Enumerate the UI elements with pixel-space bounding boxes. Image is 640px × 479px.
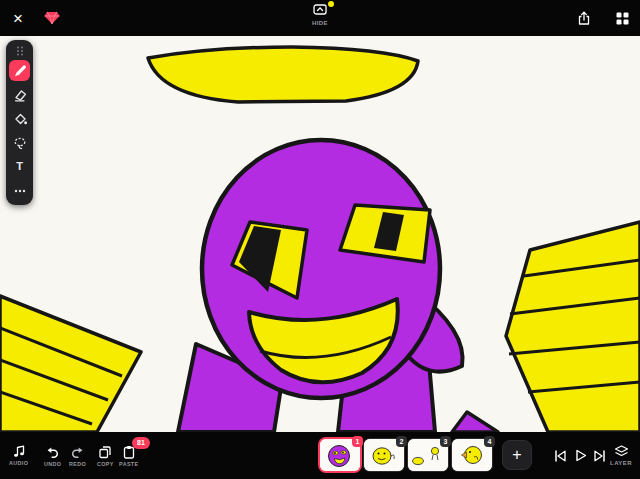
plus-icon: +	[512, 447, 521, 463]
frame-4-badge: 4	[484, 436, 495, 447]
play-icon	[574, 449, 587, 462]
paste-label: PASTE	[119, 461, 138, 466]
undo-button[interactable]: UNDO	[42, 445, 64, 467]
drawing-canvas[interactable]	[0, 36, 640, 432]
fill-tool-button[interactable]	[9, 108, 30, 129]
eraser-tool-button[interactable]	[9, 84, 30, 105]
play-button[interactable]	[572, 446, 588, 466]
frame-thumbnail-3[interactable]: 3	[408, 439, 448, 471]
frame-strip: 1 2 3	[320, 439, 532, 471]
artwork	[0, 36, 640, 432]
layer-label: LAYER	[610, 460, 632, 466]
text-tool-button[interactable]: T	[9, 156, 30, 177]
close-button[interactable]: ×	[6, 6, 30, 30]
add-frame-button[interactable]: +	[502, 440, 532, 470]
frame-thumbnail-1[interactable]: 1	[320, 439, 360, 471]
animation-app-window: × HIDE	[0, 0, 640, 479]
frame-3-badge: 3	[440, 436, 451, 447]
ellipsis-icon	[14, 189, 26, 193]
skip-to-start-button[interactable]	[552, 446, 568, 466]
timeline-bar: AUDIO UNDO REDO	[0, 432, 640, 479]
tool-palette: T	[6, 40, 33, 205]
undo-label: UNDO	[44, 461, 61, 466]
toolbar-drag-handle[interactable]	[6, 45, 33, 57]
text-tool-icon: T	[16, 161, 23, 172]
layers-icon	[614, 445, 629, 458]
frame-counter-badge[interactable]: 81	[132, 437, 150, 449]
frame-1-badge: 1	[352, 436, 363, 447]
frame-thumbnail-2[interactable]: 2	[364, 439, 404, 471]
lasso-icon	[13, 136, 27, 150]
frame-thumbnail-4[interactable]: 4	[452, 439, 492, 471]
redo-icon	[70, 445, 84, 459]
lasso-tool-button[interactable]	[9, 132, 30, 153]
hide-ui-button[interactable]: HIDE	[312, 3, 328, 26]
brush-tool-button[interactable]	[9, 60, 30, 81]
layer-button[interactable]: LAYER	[605, 432, 637, 479]
grid-view-button[interactable]	[610, 6, 634, 30]
premium-gem-button[interactable]	[40, 6, 64, 30]
more-tools-button[interactable]	[9, 180, 30, 201]
grid-view-icon	[616, 12, 629, 25]
audio-label: AUDIO	[9, 460, 28, 465]
share-icon	[577, 11, 591, 26]
redo-button[interactable]: REDO	[66, 445, 88, 467]
brush-icon	[13, 64, 27, 78]
playback-controls	[552, 432, 608, 479]
share-button[interactable]	[572, 6, 596, 30]
undo-icon	[46, 445, 60, 459]
audio-icon	[13, 445, 26, 458]
audio-button[interactable]: AUDIO	[8, 445, 30, 466]
copy-button[interactable]: COPY	[94, 445, 116, 467]
close-icon: ×	[13, 10, 23, 27]
frame-2-badge: 2	[396, 436, 407, 447]
paint-bucket-icon	[13, 112, 27, 126]
eraser-icon	[13, 88, 27, 102]
hide-label: HIDE	[312, 20, 328, 26]
top-bar: × HIDE	[0, 0, 640, 36]
notification-dot	[328, 1, 334, 7]
hide-ui-icon	[313, 4, 327, 15]
drag-handle-icon	[16, 46, 24, 56]
redo-label: REDO	[68, 461, 85, 466]
copy-label: COPY	[97, 461, 114, 466]
skip-to-start-icon	[553, 450, 567, 462]
gem-icon	[44, 11, 60, 25]
copy-icon	[98, 445, 112, 459]
